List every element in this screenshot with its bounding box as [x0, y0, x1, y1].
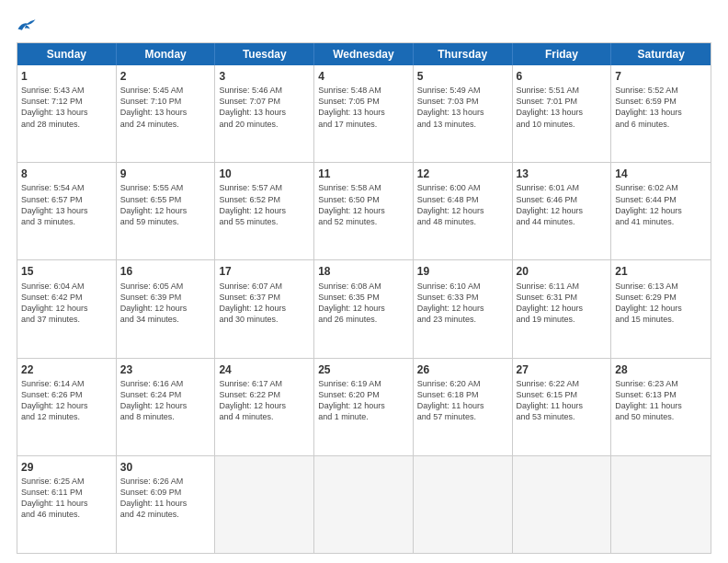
day-number: 8: [21, 167, 112, 181]
day-cell-19: 19Sunrise: 6:10 AMSunset: 6:33 PMDayligh…: [414, 260, 513, 357]
day-info: Sunrise: 6:23 AMSunset: 6:13 PMDaylight:…: [615, 378, 707, 423]
day-number: 4: [318, 69, 409, 84]
day-info: Sunrise: 5:51 AMSunset: 7:01 PMDaylight:…: [517, 85, 608, 130]
calendar-row-4: 22Sunrise: 6:14 AMSunset: 6:26 PMDayligh…: [17, 358, 711, 455]
day-number: 25: [318, 362, 409, 377]
day-number: 2: [120, 69, 211, 84]
day-cell-24: 24Sunrise: 6:17 AMSunset: 6:22 PMDayligh…: [215, 359, 314, 455]
day-number: 16: [120, 264, 211, 279]
day-cell-28: 28Sunrise: 6:23 AMSunset: 6:13 PMDayligh…: [611, 359, 711, 455]
day-cell-27: 27Sunrise: 6:22 AMSunset: 6:15 PMDayligh…: [513, 359, 612, 455]
day-number: 28: [615, 362, 707, 377]
day-cell-22: 22Sunrise: 6:14 AMSunset: 6:26 PMDayligh…: [17, 359, 117, 455]
calendar: SundayMondayTuesdayWednesdayThursdayFrid…: [17, 42, 711, 554]
empty-cell: [314, 456, 414, 553]
empty-cell: [611, 456, 711, 553]
day-info: Sunrise: 6:05 AMSunset: 6:39 PMDaylight:…: [120, 281, 211, 326]
day-number: 7: [615, 69, 707, 84]
day-cell-10: 10Sunrise: 5:57 AMSunset: 6:52 PMDayligh…: [215, 163, 314, 259]
day-number: 22: [21, 362, 112, 377]
weekday-header-saturday: Saturday: [611, 43, 711, 65]
logo: [17, 17, 44, 33]
day-info: Sunrise: 6:25 AMSunset: 6:11 PMDaylight:…: [21, 476, 112, 521]
day-number: 12: [417, 167, 508, 181]
day-info: Sunrise: 6:20 AMSunset: 6:18 PMDaylight:…: [417, 378, 508, 423]
day-cell-9: 9Sunrise: 5:55 AMSunset: 6:55 PMDaylight…: [117, 163, 216, 259]
day-info: Sunrise: 5:43 AMSunset: 7:12 PMDaylight:…: [21, 85, 112, 130]
day-cell-8: 8Sunrise: 5:54 AMSunset: 6:57 PMDaylight…: [17, 163, 117, 259]
calendar-header: SundayMondayTuesdayWednesdayThursdayFrid…: [17, 43, 711, 65]
weekday-header-tuesday: Tuesday: [215, 43, 314, 65]
day-info: Sunrise: 6:19 AMSunset: 6:20 PMDaylight:…: [318, 378, 409, 423]
day-info: Sunrise: 5:55 AMSunset: 6:55 PMDaylight:…: [120, 182, 211, 227]
day-number: 18: [318, 264, 409, 279]
day-info: Sunrise: 6:22 AMSunset: 6:15 PMDaylight:…: [517, 378, 608, 423]
day-info: Sunrise: 6:11 AMSunset: 6:31 PMDaylight:…: [517, 281, 608, 326]
day-info: Sunrise: 6:00 AMSunset: 6:48 PMDaylight:…: [417, 182, 508, 227]
day-number: 21: [615, 264, 707, 279]
day-number: 29: [21, 460, 112, 475]
empty-cell: [513, 456, 612, 553]
day-info: Sunrise: 5:52 AMSunset: 6:59 PMDaylight:…: [615, 85, 707, 130]
day-info: Sunrise: 6:07 AMSunset: 6:37 PMDaylight:…: [219, 281, 310, 326]
day-number: 24: [219, 362, 310, 377]
day-info: Sunrise: 5:57 AMSunset: 6:52 PMDaylight:…: [219, 182, 310, 227]
day-number: 3: [219, 69, 310, 84]
day-info: Sunrise: 6:02 AMSunset: 6:44 PMDaylight:…: [615, 182, 707, 227]
day-info: Sunrise: 5:46 AMSunset: 7:07 PMDaylight:…: [219, 85, 310, 130]
day-cell-1: 1Sunrise: 5:43 AMSunset: 7:12 PMDaylight…: [17, 65, 117, 162]
calendar-row-3: 15Sunrise: 6:04 AMSunset: 6:42 PMDayligh…: [17, 259, 711, 357]
day-number: 5: [417, 69, 508, 84]
calendar-row-2: 8Sunrise: 5:54 AMSunset: 6:57 PMDaylight…: [17, 162, 711, 259]
day-cell-30: 30Sunrise: 6:26 AMSunset: 6:09 PMDayligh…: [117, 456, 216, 553]
day-number: 19: [417, 264, 508, 279]
day-number: 15: [21, 264, 112, 279]
logo-bird-icon: [17, 17, 37, 33]
day-cell-18: 18Sunrise: 6:08 AMSunset: 6:35 PMDayligh…: [314, 260, 414, 357]
day-number: 11: [318, 167, 409, 181]
day-number: 6: [517, 69, 608, 84]
day-number: 13: [517, 167, 608, 181]
day-cell-13: 13Sunrise: 6:01 AMSunset: 6:46 PMDayligh…: [513, 163, 612, 259]
calendar-row-1: 1Sunrise: 5:43 AMSunset: 7:12 PMDaylight…: [17, 65, 711, 162]
weekday-header-monday: Monday: [117, 43, 216, 65]
day-cell-16: 16Sunrise: 6:05 AMSunset: 6:39 PMDayligh…: [117, 260, 216, 357]
day-number: 1: [21, 69, 112, 84]
empty-cell: [414, 456, 513, 553]
day-number: 10: [219, 167, 310, 181]
weekday-header-thursday: Thursday: [414, 43, 513, 65]
day-number: 20: [517, 264, 608, 279]
day-info: Sunrise: 5:48 AMSunset: 7:05 PMDaylight:…: [318, 85, 409, 130]
weekday-header-wednesday: Wednesday: [314, 43, 414, 65]
weekday-header-friday: Friday: [513, 43, 612, 65]
day-info: Sunrise: 6:14 AMSunset: 6:26 PMDaylight:…: [21, 378, 112, 423]
calendar-row-5: 29Sunrise: 6:25 AMSunset: 6:11 PMDayligh…: [17, 455, 711, 553]
day-cell-29: 29Sunrise: 6:25 AMSunset: 6:11 PMDayligh…: [17, 456, 117, 553]
day-number: 27: [517, 362, 608, 377]
day-cell-12: 12Sunrise: 6:00 AMSunset: 6:48 PMDayligh…: [414, 163, 513, 259]
day-cell-6: 6Sunrise: 5:51 AMSunset: 7:01 PMDaylight…: [513, 65, 612, 162]
day-cell-26: 26Sunrise: 6:20 AMSunset: 6:18 PMDayligh…: [414, 359, 513, 455]
day-info: Sunrise: 5:45 AMSunset: 7:10 PMDaylight:…: [120, 85, 211, 130]
day-cell-20: 20Sunrise: 6:11 AMSunset: 6:31 PMDayligh…: [513, 260, 612, 357]
day-info: Sunrise: 6:10 AMSunset: 6:33 PMDaylight:…: [417, 281, 508, 326]
day-number: 26: [417, 362, 508, 377]
day-number: 14: [615, 167, 707, 181]
day-cell-14: 14Sunrise: 6:02 AMSunset: 6:44 PMDayligh…: [611, 163, 711, 259]
empty-cell: [215, 456, 314, 553]
day-info: Sunrise: 5:58 AMSunset: 6:50 PMDaylight:…: [318, 182, 409, 227]
header: [17, 17, 711, 33]
day-info: Sunrise: 6:04 AMSunset: 6:42 PMDaylight:…: [21, 281, 112, 326]
day-cell-4: 4Sunrise: 5:48 AMSunset: 7:05 PMDaylight…: [314, 65, 414, 162]
day-info: Sunrise: 5:49 AMSunset: 7:03 PMDaylight:…: [417, 85, 508, 130]
day-info: Sunrise: 6:01 AMSunset: 6:46 PMDaylight:…: [517, 182, 608, 227]
weekday-header-sunday: Sunday: [17, 43, 117, 65]
day-info: Sunrise: 6:26 AMSunset: 6:09 PMDaylight:…: [120, 476, 211, 521]
day-number: 9: [120, 167, 211, 181]
page: SundayMondayTuesdayWednesdayThursdayFrid…: [0, 0, 728, 563]
day-info: Sunrise: 5:54 AMSunset: 6:57 PMDaylight:…: [21, 182, 112, 227]
day-info: Sunrise: 6:13 AMSunset: 6:29 PMDaylight:…: [615, 281, 707, 326]
day-cell-17: 17Sunrise: 6:07 AMSunset: 6:37 PMDayligh…: [215, 260, 314, 357]
day-cell-11: 11Sunrise: 5:58 AMSunset: 6:50 PMDayligh…: [314, 163, 414, 259]
day-cell-2: 2Sunrise: 5:45 AMSunset: 7:10 PMDaylight…: [117, 65, 216, 162]
